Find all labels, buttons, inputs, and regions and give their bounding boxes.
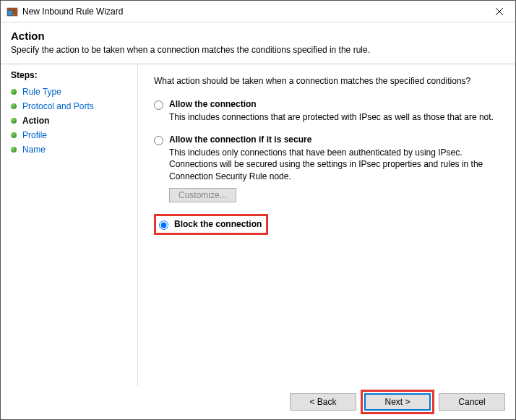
wizard-header: Action Specify the action to be taken wh… — [1, 22, 515, 59]
step-label: Protocol and Ports — [22, 101, 94, 111]
wizard-body: Steps: Rule Type Protocol and Ports Acti… — [1, 64, 515, 386]
bullet-icon — [11, 103, 17, 109]
customize-button: Customize... — [169, 188, 236, 202]
bullet-icon — [11, 89, 17, 95]
step-profile[interactable]: Profile — [11, 128, 130, 142]
step-rule-type[interactable]: Rule Type — [11, 85, 130, 99]
radio-block[interactable] — [159, 220, 168, 230]
action-prompt: What action should be taken when a conne… — [154, 76, 499, 86]
page-title: Action — [11, 30, 505, 42]
step-label: Profile — [22, 130, 47, 140]
option-block: Block the connection — [154, 214, 499, 235]
content-panel: What action should be taken when a conne… — [138, 64, 515, 386]
page-subtitle: Specify the action to be taken when a co… — [11, 45, 505, 55]
steps-sidebar: Steps: Rule Type Protocol and Ports Acti… — [1, 64, 138, 386]
step-action[interactable]: Action — [11, 113, 130, 128]
option-row[interactable]: Allow the connection if it is secure — [154, 134, 499, 145]
radio-allow[interactable] — [154, 100, 163, 110]
close-icon — [496, 8, 503, 15]
close-button[interactable] — [483, 1, 515, 22]
next-button[interactable]: Next > — [364, 393, 431, 411]
option-row[interactable]: Block the connection — [159, 219, 262, 230]
option-allow: Allow the connection This includes conne… — [154, 99, 499, 123]
step-label: Rule Type — [22, 87, 61, 97]
step-label: Action — [22, 116, 49, 126]
option-row[interactable]: Allow the connection — [154, 99, 499, 110]
highlight-annotation: Block the connection — [154, 214, 268, 235]
option-desc: This includes only connections that have… — [169, 147, 499, 182]
option-desc: This includes connections that are prote… — [169, 111, 499, 123]
wizard-window: New Inbound Rule Wizard Action Specify t… — [0, 0, 516, 420]
bullet-icon — [11, 118, 17, 124]
wizard-footer: < Back Next > Cancel — [1, 385, 515, 419]
titlebar: New Inbound Rule Wizard — [1, 1, 515, 22]
steps-title: Steps: — [11, 70, 130, 80]
option-label: Allow the connection if it is secure — [169, 134, 311, 145]
bullet-icon — [11, 147, 17, 153]
step-label: Name — [22, 145, 46, 155]
step-protocol-ports[interactable]: Protocol and Ports — [11, 99, 130, 113]
firewall-icon — [7, 6, 18, 17]
option-label: Block the connection — [174, 219, 262, 229]
window-title: New Inbound Rule Wizard — [22, 7, 483, 17]
option-allow-secure: Allow the connection if it is secure Thi… — [154, 134, 499, 202]
step-name[interactable]: Name — [11, 142, 130, 157]
cancel-button[interactable]: Cancel — [439, 393, 505, 411]
radio-allow-secure[interactable] — [154, 136, 163, 145]
back-button[interactable]: < Back — [290, 393, 356, 411]
highlight-annotation: Next > — [361, 390, 434, 414]
option-label: Allow the connection — [169, 99, 257, 109]
bullet-icon — [11, 132, 17, 138]
